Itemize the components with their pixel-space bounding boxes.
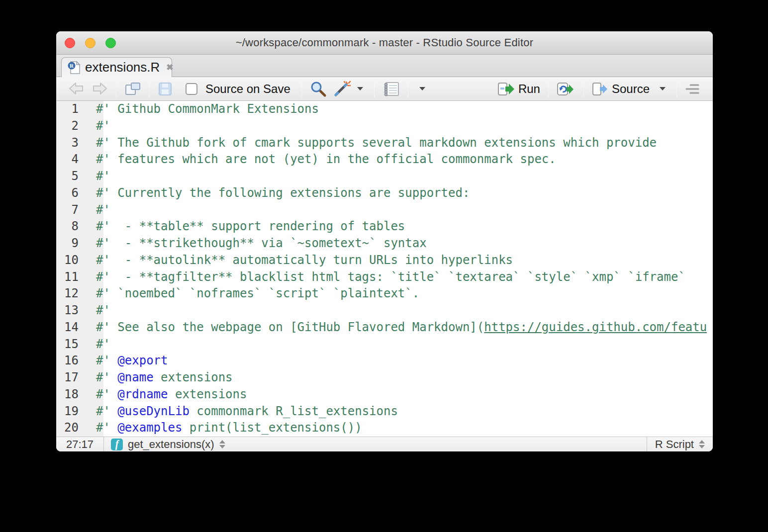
code-token: #' - **tagfilter** blacklist html tags: …	[96, 270, 685, 284]
svg-text:R: R	[70, 63, 74, 69]
code-token: #'	[96, 337, 110, 351]
code-token: #'	[96, 203, 110, 217]
run-button[interactable]: Run	[494, 82, 543, 96]
code-token: extensions	[168, 387, 247, 401]
code-token: #' - **table** support rendering of tabl…	[96, 219, 405, 233]
line-number: 2	[56, 118, 91, 135]
toolbar-separator	[408, 81, 408, 97]
cursor-position: 27:17	[56, 438, 103, 451]
code-token: #' Github CommonMark Extensions	[96, 102, 319, 116]
code-tools-button[interactable]	[330, 81, 369, 97]
code-token: print(list_extensions())	[182, 421, 362, 435]
function-icon: f	[111, 439, 123, 450]
code-token: commonmark R_list_extensions	[190, 404, 398, 418]
source-dropdown-caret[interactable]	[660, 87, 666, 90]
toolbar-separator	[116, 81, 116, 97]
code-token: #' - **autolink** automatically turn URL…	[96, 253, 513, 267]
code-line: 8#' - **table** support rendering of tab…	[56, 218, 713, 235]
toolbar-separator	[301, 81, 302, 97]
code-text: #' See also the webpage on [GitHub Flavo…	[91, 319, 707, 336]
file-type-label: R Script	[655, 438, 694, 451]
tab-close-icon[interactable]: ✖	[166, 62, 173, 73]
code-token: #'	[96, 354, 117, 367]
chunk-dropdown-caret	[419, 87, 425, 90]
code-line: 20#' @examples print(list_extensions())	[56, 420, 713, 437]
code-line: 5#'	[56, 168, 713, 185]
code-line: 2#'	[56, 118, 713, 135]
line-number: 1	[56, 101, 91, 118]
editor-toolbar: Source on Save	[56, 77, 713, 101]
function-scope-label: get_extensions(x)	[128, 438, 214, 451]
tab-extensions-r[interactable]: R extensions.R ✖	[61, 57, 172, 77]
toolbar-separator	[583, 81, 584, 97]
line-number: 20	[56, 420, 91, 437]
code-line: 9#' - **strikethough** via `~sometext~` …	[56, 235, 713, 252]
code-editor[interactable]: 1#' Github CommonMark Extensions2#'3#' T…	[56, 101, 713, 437]
forward-button[interactable]	[88, 82, 111, 96]
toolbar-separator	[374, 81, 375, 97]
code-token: #'	[96, 370, 117, 384]
code-token: extensions	[154, 370, 233, 384]
code-line: 7#'	[56, 202, 713, 219]
toolbar-separator	[676, 81, 677, 97]
source-on-save-toggle[interactable]: Source on Save	[183, 82, 293, 96]
code-line: 15#'	[56, 336, 713, 353]
code-token: #'	[96, 119, 110, 133]
code-text: #'	[91, 302, 110, 319]
open-in-new-window-button[interactable]	[121, 82, 144, 96]
url-link[interactable]: https://guides.github.com/featu	[484, 320, 707, 334]
code-tools-dropdown-caret[interactable]	[357, 87, 363, 90]
window-titlebar: ~/workspace/commonmark - master - RStudi…	[56, 31, 713, 55]
code-token: #'	[96, 303, 110, 317]
compile-notebook-icon	[383, 81, 400, 97]
line-number: 15	[56, 336, 91, 353]
file-type-updown-icon	[699, 440, 705, 448]
file-type-selector[interactable]: R Script	[647, 437, 713, 451]
find-icon	[310, 81, 327, 97]
zoom-window-button[interactable]	[105, 38, 116, 48]
code-text: #' Currently the following extensions ar…	[91, 185, 470, 202]
statusbar-separator	[647, 437, 647, 451]
code-line: 4#' features which are not (yet) in the …	[56, 151, 713, 168]
code-text: #' features which are not (yet) in the o…	[91, 151, 556, 168]
code-text: #' Github CommonMark Extensions	[91, 101, 319, 118]
insert-chunk-dropdown[interactable]	[413, 87, 431, 90]
desktop-background: ~/workspace/commonmark - master - RStudi…	[0, 0, 768, 532]
code-text: #' - **tagfilter** blacklist html tags: …	[91, 269, 685, 286]
open-in-new-window-icon	[124, 82, 141, 96]
code-text: #' - **table** support rendering of tabl…	[91, 218, 405, 235]
source-button[interactable]: Source	[589, 82, 672, 96]
line-number: 19	[56, 403, 91, 420]
code-token: @rdname	[117, 387, 168, 401]
code-line: 11#' - **tagfilter** blacklist html tags…	[56, 269, 713, 286]
line-number: 14	[56, 319, 91, 336]
save-button[interactable]	[155, 82, 176, 96]
code-token: #' - **strikethough** via `~sometext~` s…	[96, 236, 427, 250]
code-token: #' Currently the following extensions ar…	[96, 186, 470, 200]
compile-notebook-button[interactable]	[380, 81, 403, 97]
document-outline-button[interactable]	[682, 83, 703, 95]
code-line: 3#' The Github fork of cmark supports se…	[56, 135, 713, 152]
code-token: @name	[117, 370, 153, 384]
back-button[interactable]	[65, 82, 88, 96]
code-text: #'	[91, 202, 110, 219]
code-text: #' `noembed` `noframes` `script` `plaint…	[91, 285, 419, 302]
source-on-save-checkbox[interactable]	[186, 83, 197, 95]
close-window-button[interactable]	[65, 38, 75, 48]
line-number: 6	[56, 185, 91, 202]
function-scope-selector[interactable]: f get_extensions(x)	[104, 438, 647, 451]
line-number: 3	[56, 135, 91, 152]
toolbar-separator	[548, 81, 549, 97]
code-text: #' @rdname extensions	[91, 386, 247, 403]
minimize-window-button[interactable]	[85, 38, 96, 48]
code-text: #' The Github fork of cmark supports sev…	[91, 135, 657, 152]
code-text: #'	[91, 336, 110, 353]
find-replace-button[interactable]	[307, 81, 330, 97]
rerun-previous-button[interactable]	[554, 82, 578, 96]
window-title: ~/workspace/commonmark - master - RStudi…	[236, 36, 533, 49]
code-line: 13#'	[56, 302, 713, 319]
traffic-lights	[65, 31, 116, 54]
code-token: @examples	[117, 421, 182, 435]
code-line: 12#' `noembed` `noframes` `script` `plai…	[56, 285, 713, 302]
code-text: #'	[91, 118, 110, 135]
